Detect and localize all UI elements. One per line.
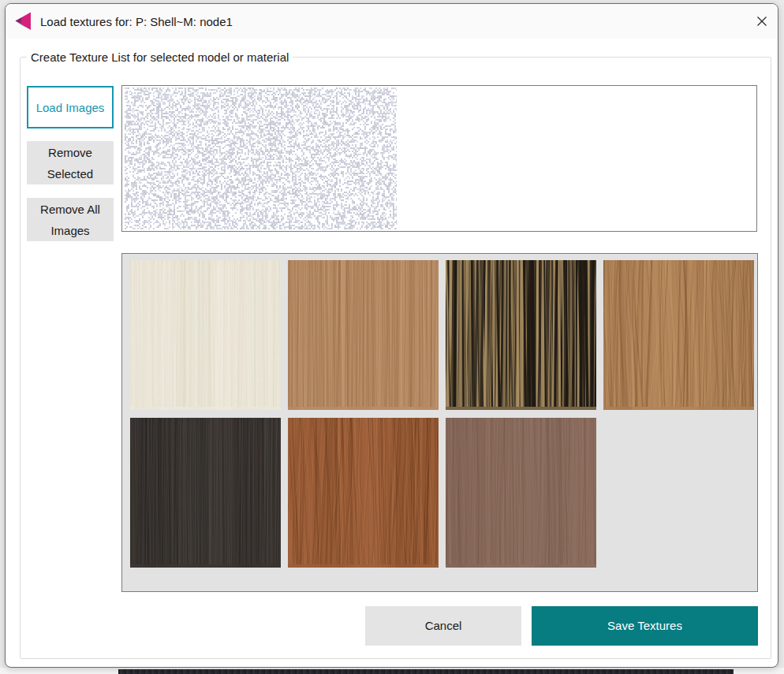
load-textures-dialog: Load textures for: P: Shell~M: node1 Cre… (5, 3, 778, 668)
remove-all-images-button[interactable]: Remove All Images (27, 198, 114, 241)
loaded-image-preview[interactable] (125, 88, 397, 229)
app-logo-icon (12, 10, 34, 32)
save-textures-button[interactable]: Save Textures (532, 606, 758, 646)
window-title: Load textures for: P: Shell~M: node1 (40, 15, 233, 28)
titlebar[interactable]: Load textures for: P: Shell~M: node1 (6, 4, 778, 39)
close-icon (756, 16, 767, 27)
texture-thumbnail-light-walnut[interactable] (288, 260, 439, 410)
texture-thumbnail-cream-ash[interactable] (130, 260, 281, 410)
texture-thumbnail-red-walnut[interactable] (288, 418, 439, 568)
texture-thumbnail-gray-walnut[interactable] (446, 418, 596, 568)
texture-thumbnail-dark-wenge[interactable] (130, 418, 281, 568)
loaded-images-listbox[interactable] (121, 85, 757, 232)
close-button[interactable] (751, 10, 773, 32)
background-scene-strip (118, 669, 734, 674)
texture-thumbnail-grid (121, 253, 758, 592)
remove-selected-button[interactable]: Remove Selected (27, 141, 114, 184)
load-images-button[interactable]: Load Images (27, 86, 114, 128)
cancel-button[interactable]: Cancel (365, 606, 521, 646)
texture-thumbnail-olive-wood[interactable] (603, 260, 754, 410)
texture-thumbnail-zebrano-dark[interactable] (446, 260, 596, 410)
screen: Load textures for: P: Shell~M: node1 Cre… (0, 0, 784, 674)
groupbox-label: Create Texture List for selected model o… (27, 50, 293, 64)
